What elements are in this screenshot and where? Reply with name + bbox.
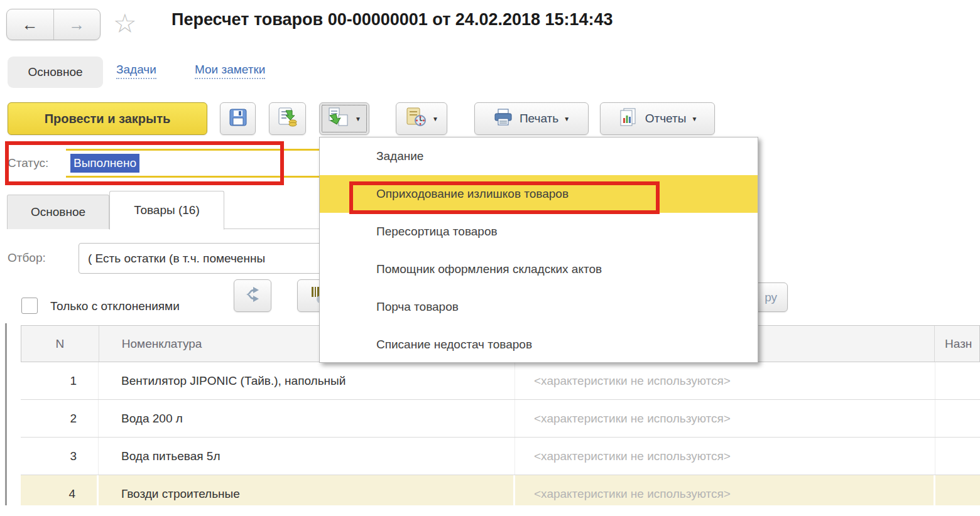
column-header-purpose[interactable]: Назн [935,326,979,362]
menu-item-goods-spoilage[interactable]: Порча товаров [320,288,758,326]
menu-item-task[interactable]: Задание [320,137,758,175]
status-value-selected: Выполнено [70,154,139,173]
tab-goods[interactable]: Товары (16) [109,191,224,230]
save-floppy-icon [229,108,248,129]
report-chart-icon [618,107,639,130]
cell-characteristic: <характеристики не используются> [515,438,935,475]
create-based-on-button[interactable]: ▼ [319,102,369,135]
printer-icon [493,108,513,129]
cell-purpose [935,400,980,437]
app-window: ← → ☆ Пересчет товаров 00-00000001 от 24… [0,0,980,516]
table-row-highlighted[interactable]: 4 Гвозди строительные <характеристики не… [21,475,980,505]
caret-down-icon: ▼ [432,116,438,122]
cell-purpose [935,362,980,399]
post-and-close-button[interactable]: Провести и закрыть [8,102,207,135]
schedule-document-button[interactable]: ▼ [396,102,447,135]
left-border-line [5,323,7,505]
create-based-on-icon [327,107,350,131]
cell-purpose [935,438,980,475]
reports-button-label: Отчеты [645,112,687,126]
cell-nomenclature: Гвозди строительные [99,475,515,505]
filter-label: Отбор: [8,251,46,265]
cell-row-number: 2 [21,400,99,437]
cell-row-number: 4 [21,475,99,505]
branch-arrows-icon [243,285,262,306]
cell-purpose [935,475,980,505]
post-document-button[interactable] [269,102,306,135]
cell-nomenclature: Вода питьевая 5л [99,438,515,475]
cell-nomenclature: Вода 200 л [99,400,515,437]
save-button[interactable] [220,102,256,135]
history-nav-group: ← → [6,9,101,40]
favorite-star-icon[interactable]: ☆ [113,9,137,39]
cell-nomenclature: Вентилятор JIPONIC (Тайв.), напольный [99,362,515,399]
column-header-n[interactable]: N [21,326,99,362]
deviations-only-checkbox[interactable] [21,298,38,314]
table-row[interactable]: 1 Вентилятор JIPONIC (Тайв.), напольный … [21,362,980,400]
menu-item-regrading[interactable]: Пересортица товаров [320,213,758,250]
back-arrow-icon: ← [22,15,38,35]
back-button[interactable]: ← [7,9,54,40]
nav-tab-tasks[interactable]: Задачи [116,63,156,79]
page-title: Пересчет товаров 00-00000001 от 24.02.20… [172,10,613,30]
status-label: Статус: [8,156,48,170]
caret-down-icon: ▼ [691,116,697,122]
table-row[interactable]: 2 Вода 200 л <характеристики не использу… [21,400,980,438]
nav-tab-main[interactable]: Основное [8,56,103,88]
caret-down-icon: ▼ [564,116,570,122]
cell-characteristic: <характеристики не используются> [515,475,935,505]
forward-arrow-icon: → [68,15,85,35]
cell-row-number: 1 [21,362,99,399]
menu-item-shortage-writeoff[interactable]: Списание недостач товаров [320,326,758,363]
menu-item-warehouse-acts-assistant[interactable]: Помощник оформления складских актов [320,250,758,288]
cell-characteristic: <характеристики не используются> [515,362,935,399]
branch-button[interactable] [234,279,271,312]
print-button[interactable]: Печать ▼ [474,102,589,135]
deviations-only-label: Только с отклонениями [50,299,180,313]
post-document-icon [277,107,298,131]
menu-item-surplus-receipt[interactable]: Оприходование излишков товаров [320,175,758,213]
reports-button[interactable]: Отчеты ▼ [600,102,715,135]
caret-down-icon: ▼ [355,116,361,122]
cell-characteristic: <характеристики не используются> [515,400,935,437]
nav-tab-notes[interactable]: Мои заметки [195,63,265,79]
print-button-label: Печать [520,112,558,126]
forward-button[interactable]: → [54,9,101,40]
cell-row-number: 3 [21,438,99,475]
tab-main[interactable]: Основное [7,195,109,229]
table-row[interactable]: 3 Вода питьевая 5л <характеристики не ис… [21,438,980,475]
document-clock-icon [405,107,427,131]
create-based-on-menu: Задание Оприходование излишков товаров П… [319,137,758,363]
